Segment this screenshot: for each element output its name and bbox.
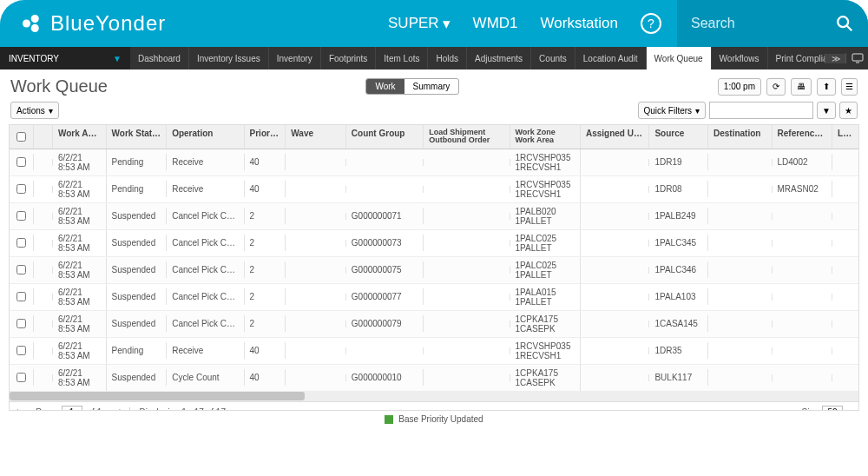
print-button[interactable]: 🖶 [791, 78, 812, 96]
quick-filters-menu[interactable]: Quick Filters ▾ [638, 102, 707, 119]
cell-status: Pending [107, 181, 168, 197]
page-prev[interactable]: ‹ [28, 407, 31, 411]
tab-adjustments[interactable]: Adjustments [467, 47, 531, 69]
cell-wave [286, 159, 346, 166]
table-row[interactable]: 6/2/218:53 AMPendingReceive401RCVSHP0351… [10, 176, 858, 203]
tab-inventory[interactable]: Inventory [269, 47, 321, 69]
legend: Base Priority Updated [0, 411, 868, 427]
top-bar: BlueYonder SUPER▾ WMD1 Workstation ? [0, 0, 868, 47]
export-button[interactable]: ⬆ [817, 78, 836, 96]
cell-status: Pending [107, 342, 168, 359]
cell-status: Suspended [107, 315, 168, 332]
size-input[interactable] [822, 406, 843, 411]
col-priority[interactable]: Priority [245, 125, 286, 149]
table-row[interactable]: 6/2/218:53 AMSuspendedCycle Count40G0000… [10, 365, 858, 391]
cell-reference [773, 213, 833, 220]
tab-footprints[interactable]: Footprints [321, 47, 376, 69]
menu-bar: INVENTORY ▼ DashboardInventory IssuesInv… [0, 47, 868, 69]
row-checkbox[interactable] [16, 373, 26, 382]
filter-input[interactable] [709, 102, 813, 119]
cell-source: BULK117 [649, 369, 708, 386]
row-checkbox[interactable] [16, 346, 26, 355]
tab-location-audit[interactable]: Location Audit [575, 47, 647, 69]
tab-inventory-issues[interactable]: Inventory Issues [189, 47, 269, 69]
table-row[interactable]: 6/2/218:53 AMPendingReceive401RCVSHP0351… [10, 338, 858, 365]
row-checkbox[interactable] [16, 211, 26, 221]
page-next[interactable]: › [107, 407, 110, 411]
svg-point-3 [838, 17, 848, 27]
col-load[interactable]: Load Shipment Outbound Order [424, 125, 510, 149]
col-reference[interactable]: Reference Lo… [773, 125, 833, 149]
tab-item-lots[interactable]: Item Lots [376, 47, 428, 69]
row-checkbox[interactable] [16, 157, 26, 167]
filter-funnel-button[interactable]: ▼ [817, 102, 836, 119]
refresh-button[interactable]: ⟳ [766, 78, 786, 96]
warehouse-label[interactable]: WMD1 [473, 15, 518, 32]
row-checkbox[interactable] [16, 238, 26, 248]
filter-star-button[interactable]: ★ [839, 102, 858, 119]
work-queue-table: Work Added Work Status Operation Priorit… [9, 124, 859, 411]
workstation-label[interactable]: Workstation [541, 15, 618, 32]
size-dropdown[interactable]: ▾ [846, 407, 852, 411]
cell-wave [286, 240, 346, 247]
page-last[interactable]: ›| [115, 407, 122, 411]
col-assigned-user[interactable]: Assigned User [581, 125, 649, 149]
actions-menu[interactable]: Actions ▾ [10, 102, 59, 119]
tab-counts[interactable]: Counts [531, 47, 575, 69]
table-row[interactable]: 6/2/218:53 AMSuspendedCancel Pick Count2… [10, 230, 858, 257]
main-menu[interactable]: INVENTORY ▼ [0, 47, 130, 69]
cell-priority: 40 [245, 181, 286, 197]
horizontal-scrollbar[interactable] [10, 391, 858, 401]
tab-holds[interactable]: Holds [428, 47, 467, 69]
cell-lpn [832, 321, 858, 327]
row-checkbox[interactable] [16, 184, 26, 194]
settings-button[interactable]: ☰ [841, 78, 858, 96]
col-count-group[interactable]: Count Group [346, 125, 424, 149]
view-work[interactable]: Work [366, 79, 404, 94]
table-row[interactable]: 6/2/218:53 AMSuspendedCancel Pick Count2… [10, 203, 858, 230]
select-all-checkbox[interactable] [16, 132, 26, 142]
screen-icon[interactable] [845, 53, 868, 63]
cell-wave [286, 267, 346, 274]
table-row[interactable]: 6/2/218:53 AMSuspendedCancel Pick Count2… [10, 257, 858, 284]
cell-user [581, 186, 649, 193]
more-tabs-button[interactable]: ≫ [825, 54, 845, 63]
cell-added: 6/2/218:53 AM [53, 149, 107, 175]
global-search[interactable] [677, 0, 868, 47]
col-work-added[interactable]: Work Added [53, 125, 107, 149]
tab-print-compliant-labels[interactable]: Print Compliant Labels [768, 47, 825, 69]
page-first[interactable]: |‹ [16, 407, 23, 411]
search-icon [835, 14, 854, 33]
row-checkbox[interactable] [16, 265, 26, 274]
cell-priority: 2 [245, 208, 286, 224]
cell-added: 6/2/218:53 AM [53, 257, 107, 283]
col-wave[interactable]: Wave [286, 125, 346, 149]
help-icon[interactable]: ? [641, 13, 661, 34]
view-summary[interactable]: Summary [404, 79, 459, 94]
cell-operation: Receive [167, 154, 244, 170]
col-destination[interactable]: Destination [708, 125, 773, 149]
page-input[interactable] [62, 406, 82, 411]
row-checkbox[interactable] [16, 292, 26, 301]
tab-dashboard[interactable]: Dashboard [130, 47, 189, 69]
col-work-status[interactable]: Work Status [107, 125, 168, 149]
col-operation[interactable]: Operation [167, 125, 244, 149]
col-lpn[interactable]: LPN [832, 125, 858, 149]
cell-count-group: G000000073 [346, 235, 424, 251]
table-row[interactable]: 6/2/218:53 AMPendingReceive401RCVSHP0351… [10, 149, 858, 176]
tab-work-queue[interactable]: Work Queue [647, 47, 712, 69]
col-source[interactable]: Source [649, 125, 708, 149]
cell-reference: LD4002 [773, 154, 833, 170]
tab-workflows[interactable]: Workflows [712, 47, 768, 69]
search-input[interactable] [691, 16, 812, 31]
cell-zone: 1PALA0151PALLET [510, 284, 581, 310]
cell-load [424, 267, 510, 274]
table-row[interactable]: 6/2/218:53 AMSuspendedCancel Pick Count2… [10, 311, 858, 338]
cell-zone: 1PALC0251PALLET [510, 230, 581, 256]
user-menu[interactable]: SUPER▾ [388, 15, 450, 33]
col-work-zone[interactable]: Work Zone Work Area [510, 125, 581, 149]
row-checkbox[interactable] [16, 319, 26, 328]
cell-lpn [832, 240, 858, 247]
cell-load [424, 159, 510, 166]
table-row[interactable]: 6/2/218:53 AMSuspendedCancel Pick Count2… [10, 284, 858, 311]
